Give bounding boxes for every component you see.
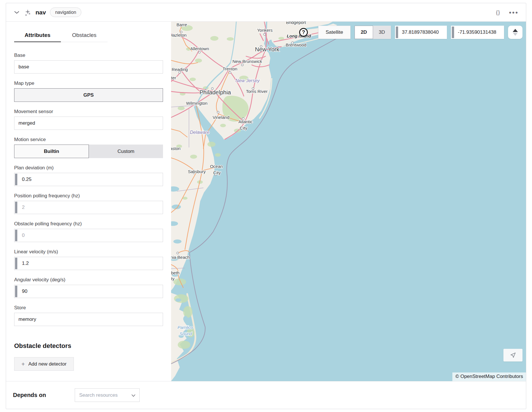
map-label: Trenton: [222, 66, 237, 71]
map-label: Philadelphia: [200, 89, 231, 95]
collapse-chevron-icon[interactable]: [14, 9, 20, 16]
tab-bar: Attributes Obstacles: [14, 29, 108, 42]
motion-service-toggle: Builtin Custom: [14, 145, 163, 158]
obstacle-polling-label: Obstacle polling frequency (hz): [14, 221, 163, 227]
tab-obstacles[interactable]: Obstacles: [61, 29, 108, 42]
obstacle-polling-field: [14, 229, 163, 242]
angular-velocity-field: [14, 285, 163, 298]
navigation-service-icon: [24, 9, 31, 16]
zoom-stepper[interactable]: [508, 26, 522, 39]
map-label: Atlantic: [238, 119, 253, 124]
motion-service-label: Motion service: [14, 137, 163, 143]
map-label: Allentown: [190, 46, 209, 51]
resource-type-badge: navigation: [50, 8, 81, 17]
motion-service-custom[interactable]: Custom: [89, 145, 163, 158]
latitude-input[interactable]: [395, 26, 447, 39]
map-label: ter: [171, 75, 176, 80]
map-label: Brentwood: [286, 42, 306, 47]
map-label: aston: [171, 146, 181, 151]
movement-sensor-input[interactable]: [14, 117, 163, 130]
linear-velocity-label: Linear velocity (m/s): [14, 249, 163, 255]
map-svg[interactable]: BarreHazletonYonkersBridgeportLong Islan…: [171, 22, 526, 381]
linear-velocity-input[interactable]: [14, 257, 163, 270]
search-resources-placeholder: Search resources: [79, 392, 132, 398]
angular-velocity-label: Angular velocity (deg/s): [14, 277, 163, 283]
map-label: ginia Beach: [171, 255, 190, 260]
obstacle-polling-input[interactable]: [14, 229, 163, 242]
map-label: City: [213, 170, 221, 175]
position-polling-input[interactable]: [14, 201, 163, 214]
map-controls: ? Satellite 2D 3D: [299, 26, 522, 39]
map-container: BarreHazletonYonkersBridgeportLong Islan…: [171, 22, 526, 381]
map-label: beth: [171, 270, 179, 275]
view-2d-button[interactable]: 2D: [355, 26, 373, 39]
depends-on-select[interactable]: Search resources: [75, 388, 140, 402]
latitude-field: [395, 26, 447, 39]
movement-sensor-field: [14, 117, 163, 130]
plan-deviation-input[interactable]: [14, 173, 163, 186]
position-polling-label: Position polling frequency (hz): [14, 193, 163, 199]
stepper-down-icon: [513, 33, 518, 36]
map-label: City: [240, 126, 247, 130]
add-detector-label: Add new detector: [28, 361, 66, 367]
map-label: Toms River: [246, 89, 267, 94]
obstacle-detectors-heading: Obstacle detectors: [14, 342, 163, 350]
map-label: Delaware: [190, 130, 209, 135]
map-type-label: Map type: [14, 80, 163, 86]
recenter-button[interactable]: [503, 349, 522, 362]
resource-title: nav: [35, 9, 46, 16]
angular-velocity-input[interactable]: [14, 285, 163, 298]
motion-service-builtin[interactable]: Builtin: [14, 145, 89, 158]
base-field: [14, 60, 163, 74]
map-label: New York: [255, 46, 280, 53]
plan-deviation-label: Plan deviation (m): [14, 165, 163, 171]
map-label: Yonkers: [257, 28, 273, 33]
position-polling-field: [14, 201, 163, 214]
base-label: Base: [14, 53, 163, 58]
longitude-input[interactable]: [451, 26, 504, 39]
map-label: Hazleton: [171, 33, 187, 38]
map-attribution: © OpenStreetMap Contributors: [452, 372, 526, 381]
map-label: Reading: [172, 67, 188, 72]
resource-card: nav navigation {} ●●● Attributes Obstacl…: [6, 3, 526, 409]
map-label: Salisbury: [188, 169, 206, 174]
map-label: New Brunswick: [233, 59, 262, 64]
movement-sensor-label: Movement sensor: [14, 109, 163, 115]
help-icon[interactable]: ?: [299, 28, 308, 37]
plus-icon: +: [21, 361, 25, 368]
map-label: Ocean: [210, 164, 223, 169]
add-detector-button[interactable]: + Add new detector: [14, 357, 74, 371]
navigate-arrow-icon: [509, 352, 516, 359]
map-label: Pamlico: [177, 325, 193, 330]
map-label: Bridgeport: [286, 22, 306, 25]
map-label: Wilmington: [186, 101, 207, 106]
json-mode-icon[interactable]: {}: [496, 9, 500, 16]
map-label: New Jersey: [235, 78, 260, 83]
map-label: Vineland: [213, 115, 229, 120]
depends-on-section: Depends on Search resources: [6, 381, 526, 409]
more-menu-icon[interactable]: ●●●: [509, 10, 518, 15]
longitude-field: [451, 26, 504, 39]
map-label: ty: [171, 276, 175, 281]
chevron-down-icon: [132, 393, 135, 398]
view-3d-button[interactable]: 3D: [373, 26, 391, 39]
stepper-up-icon: [513, 29, 518, 32]
satellite-button[interactable]: Satellite: [318, 26, 351, 39]
plan-deviation-field: [14, 173, 163, 186]
store-field: [14, 313, 163, 326]
store-label: Store: [14, 305, 163, 311]
view-mode-toggle: 2D 3D: [355, 26, 391, 39]
map-label: Barre: [177, 22, 187, 27]
base-input[interactable]: [14, 60, 163, 74]
store-input[interactable]: [14, 313, 163, 326]
tab-attributes[interactable]: Attributes: [14, 29, 61, 42]
main-row: Attributes Obstacles Base Map type GPS M…: [6, 22, 526, 381]
config-panel: Attributes Obstacles Base Map type GPS M…: [6, 22, 171, 381]
map-type-gps-button[interactable]: GPS: [14, 88, 163, 102]
resource-header: nav navigation {} ●●●: [6, 3, 526, 22]
map-label: Sound: [179, 331, 192, 336]
linear-velocity-field: [14, 257, 163, 270]
depends-on-label: Depends on: [13, 392, 46, 398]
